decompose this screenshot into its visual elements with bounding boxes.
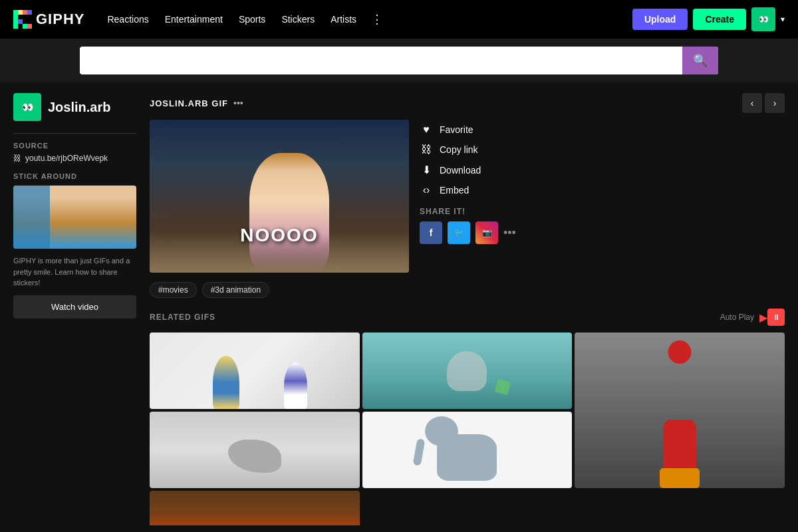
share-facebook-button[interactable]: f (420, 221, 442, 244)
gif-scene: NOOOO (150, 120, 409, 273)
copy-link-label: Copy link (440, 144, 478, 155)
embed-icon: ‹› (420, 184, 433, 196)
fire-effect (150, 514, 360, 526)
search-input[interactable] (80, 48, 682, 73)
stick-around-label: STICK AROUND (13, 172, 136, 180)
nav-links: Reactions Entertainment Sports Stickers … (100, 9, 626, 29)
download-icon: ⬇ (420, 164, 433, 176)
stick-around-thumbnail[interactable] (13, 186, 136, 249)
related-title: RELATED GIFS (150, 313, 215, 322)
creature-shape (228, 440, 281, 473)
sidebar-description: GIPHY is more than just GIFs and a prett… (13, 255, 136, 289)
share-more-button[interactable]: ••• (503, 226, 516, 240)
embed-action[interactable]: ‹› Embed (420, 180, 785, 200)
link-icon: ⛓ (420, 144, 433, 156)
watch-video-button[interactable]: Watch video (13, 295, 136, 319)
link-icon: ⛓ (13, 154, 21, 163)
samurai-legs (660, 468, 700, 488)
samurai-head (668, 340, 692, 364)
share-buttons: f 🐦 📷 ••• (420, 221, 785, 244)
elephant-head (425, 416, 458, 446)
giphy-logo-icon (13, 10, 32, 29)
gif-text-overlay: NOOOO (240, 225, 318, 246)
nav-artists[interactable]: Artists (324, 10, 363, 29)
nav-more-icon[interactable]: ⋮ (366, 9, 388, 29)
dropdown-arrow-icon[interactable]: ▾ (781, 15, 785, 24)
next-gif-button[interactable]: › (765, 93, 785, 113)
copy-link-action[interactable]: ⛓ Copy link (420, 140, 785, 160)
avatar-button[interactable]: 👀 (751, 7, 775, 31)
svg-rect-4 (18, 19, 23, 24)
gif-title: JOSLIN.ARB GIF (150, 98, 228, 108)
svg-rect-3 (27, 10, 32, 15)
sidebar-username: Joslin.arb (48, 100, 110, 115)
search-icon: 🔍 (693, 54, 708, 67)
search-button[interactable]: 🔍 (682, 47, 718, 74)
nav-reactions[interactable]: Reactions (100, 10, 155, 29)
source-link[interactable]: ⛓ youtu.be/rjbOReWvepk (13, 154, 136, 163)
logo-text: GIPHY (36, 11, 84, 28)
favorite-action[interactable]: ♥ Favorite (420, 120, 785, 140)
sidebar-divider (13, 133, 136, 134)
svg-rect-5 (23, 24, 27, 29)
play-button[interactable]: ▶ (759, 311, 767, 324)
sidebar: 👀 Joslin.arb SOURCE ⛓ youtu.be/rjbOReWve… (13, 93, 136, 525)
search-bar: 🔍 (80, 47, 718, 74)
nav-stickers[interactable]: Stickers (275, 10, 321, 29)
upload-button[interactable]: Upload (632, 9, 688, 30)
source-label: SOURCE (13, 142, 136, 150)
create-button[interactable]: Create (693, 9, 746, 30)
related-gif-6[interactable] (150, 491, 360, 525)
thumb-overlay-left (13, 186, 50, 249)
share-twitter-button[interactable]: 🐦 (448, 221, 470, 244)
gif-navigation: ‹ › (742, 93, 785, 113)
avatar-eyes-icon: 👀 (22, 102, 33, 112)
pause-icon: ⏸ (772, 313, 780, 322)
source-url: youtu.be/rjbOReWvepk (25, 154, 108, 163)
buzz-figure (284, 362, 307, 409)
related-gif-2[interactable] (362, 332, 573, 409)
twitter-icon: 🐦 (454, 228, 464, 237)
header: GIPHY Reactions Entertainment Sports Sti… (0, 0, 798, 39)
search-bar-container: 🔍 (0, 39, 798, 82)
main-gif: NOOOO (150, 120, 409, 273)
nav-entertainment[interactable]: Entertainment (158, 10, 229, 29)
gif-tags: #movies #3d animation (150, 282, 785, 298)
main-content: 👀 Joslin.arb SOURCE ⛓ youtu.be/rjbOReWve… (0, 82, 798, 532)
download-action[interactable]: ⬇ Download (420, 160, 785, 180)
svg-rect-0 (13, 10, 18, 29)
related-gif-1[interactable] (150, 332, 360, 409)
svg-rect-2 (23, 10, 27, 15)
related-header: RELATED GIFS Auto Play ▶ ⏸ (150, 309, 785, 326)
autoplay-label: Auto Play (720, 313, 754, 322)
instagram-icon: 📷 (482, 228, 492, 237)
favorite-label: Favorite (440, 124, 473, 135)
embed-label: Embed (440, 185, 469, 196)
svg-rect-6 (27, 24, 32, 29)
gif-more-button[interactable]: ••• (233, 98, 243, 108)
main-gif-area: NOOOO ♥ Favorite ⛓ Copy link ⬇ Download (150, 120, 785, 273)
sidebar-avatar: 👀 (13, 93, 41, 121)
related-gifs-grid (150, 332, 785, 525)
logo[interactable]: GIPHY (13, 10, 84, 29)
cube-shape (494, 379, 510, 395)
woody-figure (213, 356, 239, 409)
related-gif-5[interactable] (362, 412, 573, 488)
download-label: Download (440, 165, 481, 176)
tag-movies[interactable]: #movies (150, 282, 197, 298)
samurai-body (663, 420, 696, 473)
tag-3d-animation[interactable]: #3d animation (202, 282, 269, 298)
share-label: SHARE IT! (420, 207, 785, 216)
svg-rect-1 (18, 10, 23, 15)
skull-shape (447, 351, 487, 391)
heart-icon: ♥ (420, 124, 433, 136)
related-gif-4[interactable] (150, 412, 360, 488)
avatar-icon: 👀 (759, 15, 769, 24)
gif-detail-header: JOSLIN.ARB GIF ••• ‹ › (150, 93, 785, 113)
share-instagram-button[interactable]: 📷 (475, 221, 498, 244)
center-content: JOSLIN.ARB GIF ••• ‹ › NOOOO ♥ (150, 93, 785, 525)
pause-button[interactable]: ⏸ (767, 309, 785, 326)
related-gif-3[interactable] (575, 332, 785, 488)
nav-sports[interactable]: Sports (232, 10, 272, 29)
prev-gif-button[interactable]: ‹ (742, 93, 762, 113)
